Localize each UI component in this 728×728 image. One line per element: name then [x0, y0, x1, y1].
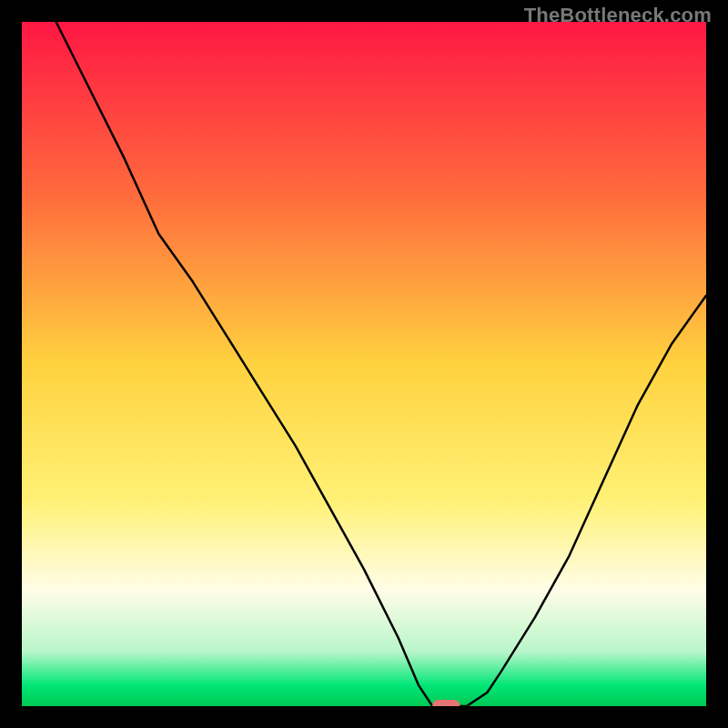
bottleneck-chart: [22, 22, 706, 706]
chart-frame: TheBottleneck.com: [0, 0, 728, 728]
target-marker: [432, 700, 460, 706]
chart-background: [22, 22, 706, 706]
